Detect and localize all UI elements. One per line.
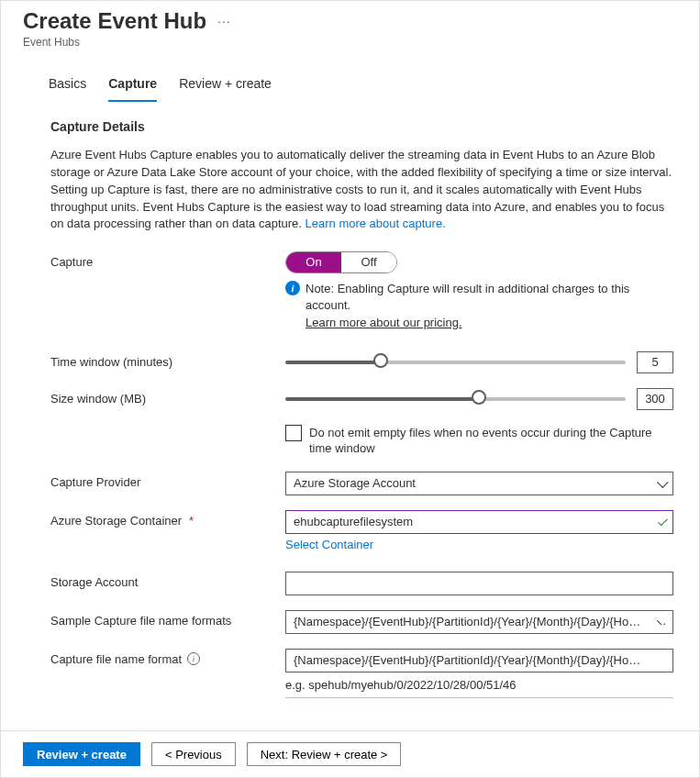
- file-format-value: {Namespace}/{EventHub}/{PartitionId}/{Ye…: [294, 653, 645, 667]
- storage-container-label: Azure Storage Container*: [50, 510, 285, 528]
- footer-actions: Review + create < Previous Next: Review …: [1, 730, 699, 777]
- page-title: Create Event Hub: [23, 8, 206, 34]
- learn-more-capture-link[interactable]: Learn more about capture.: [306, 217, 446, 230]
- storage-account-label: Storage Account: [50, 572, 285, 589]
- size-window-label: Size window (MB): [50, 388, 285, 406]
- next-button[interactable]: Next: Review + create >: [247, 742, 402, 766]
- capture-note: Note: Enabling Capture will result in ad…: [306, 281, 673, 331]
- time-window-label: Time window (minutes): [50, 351, 285, 369]
- size-window-slider[interactable]: [285, 390, 626, 408]
- info-icon[interactable]: i: [187, 652, 200, 665]
- chevron-down-icon: [656, 481, 665, 486]
- section-title: Capture Details: [50, 119, 673, 134]
- more-actions-button[interactable]: ···: [217, 14, 231, 28]
- skip-empty-checkbox[interactable]: [285, 425, 302, 441]
- tab-capture[interactable]: Capture: [108, 71, 157, 102]
- size-window-slider-thumb[interactable]: [472, 390, 486, 405]
- size-window-value[interactable]: 300: [637, 388, 673, 410]
- storage-container-value: ehubcapturefilesystem: [294, 515, 413, 528]
- file-format-input[interactable]: {Namespace}/{EventHub}/{PartitionId}/{Ye…: [285, 649, 673, 672]
- pricing-link[interactable]: Learn more about our pricing.: [306, 316, 462, 329]
- tab-review-create[interactable]: Review + create: [179, 71, 272, 102]
- capture-toggle[interactable]: On Off: [285, 251, 397, 273]
- capture-provider-value: Azure Storage Account: [294, 476, 416, 490]
- sample-formats-value: {Namespace}/{EventHub}/{PartitionId}/{Ye…: [294, 615, 645, 628]
- capture-label: Capture: [50, 251, 285, 269]
- capture-toggle-on[interactable]: On: [286, 252, 341, 272]
- capture-toggle-off[interactable]: Off: [341, 252, 396, 272]
- select-container-link[interactable]: Select Container: [285, 538, 373, 551]
- chevron-down-icon: [656, 619, 665, 625]
- time-window-slider[interactable]: [285, 353, 626, 372]
- section-description: Azure Event Hubs Capture enables you to …: [50, 147, 673, 233]
- file-format-label: Capture file name format i: [50, 649, 285, 666]
- capture-provider-dropdown[interactable]: Azure Storage Account: [285, 472, 673, 495]
- info-icon: i: [285, 281, 300, 295]
- storage-account-input[interactable]: [285, 572, 673, 595]
- time-window-value[interactable]: 5: [637, 351, 673, 373]
- skip-empty-label: Do not emit empty files when no events o…: [309, 425, 673, 457]
- tabs-nav: Basics Capture Review + create: [49, 71, 699, 103]
- sample-formats-label: Sample Capture file name formats: [50, 610, 285, 628]
- breadcrumb: Event Hubs: [23, 36, 699, 49]
- tab-basics[interactable]: Basics: [49, 71, 86, 102]
- sample-formats-dropdown[interactable]: {Namespace}/{EventHub}/{PartitionId}/{Ye…: [285, 610, 673, 634]
- time-window-slider-thumb[interactable]: [373, 353, 388, 368]
- capture-provider-label: Capture Provider: [50, 472, 285, 489]
- file-format-example: e.g. spehub/myehub/0/2022/10/28/00/51/46: [285, 678, 673, 698]
- validated-check-icon: [658, 517, 668, 527]
- storage-container-input[interactable]: ehubcapturefilesystem: [285, 510, 673, 534]
- capture-note-text: Note: Enabling Capture will result in ad…: [306, 282, 629, 312]
- review-create-button[interactable]: Review + create: [23, 742, 140, 766]
- previous-button[interactable]: < Previous: [151, 742, 236, 766]
